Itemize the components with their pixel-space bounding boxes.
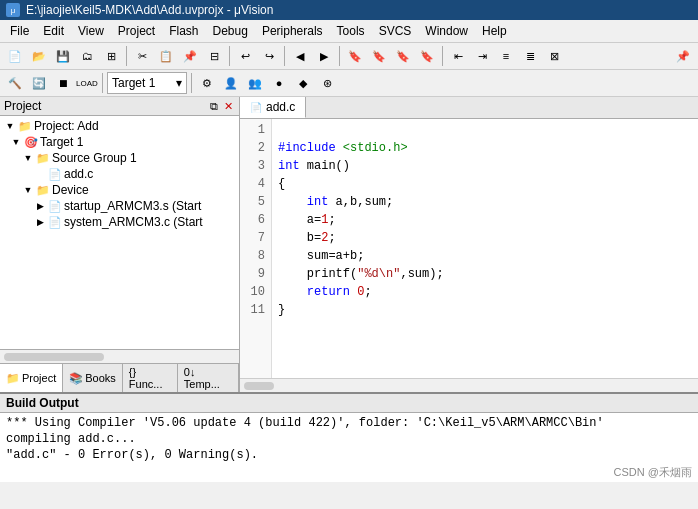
expand-device-icon[interactable]: ▼: [22, 184, 34, 196]
menu-file[interactable]: File: [4, 22, 35, 40]
project-tab-icon: 📁: [6, 372, 20, 385]
bookmark2-button[interactable]: 🔖: [368, 45, 390, 67]
editor-tabs: 📄 add.c: [240, 97, 698, 119]
debug3-button[interactable]: 👥: [244, 72, 266, 94]
target-label: Target 1: [112, 76, 155, 90]
tree-item-startup[interactable]: ▶ 📄 startup_ARMCM3.s (Start: [2, 198, 237, 214]
load-button[interactable]: LOAD: [76, 72, 98, 94]
build-watermark: CSDN @禾烟雨: [0, 463, 698, 482]
unknown1-button[interactable]: ⊞: [100, 45, 122, 67]
indent4-button[interactable]: ≣: [519, 45, 541, 67]
menu-svcs[interactable]: SVCS: [373, 22, 418, 40]
expand-target-icon[interactable]: ▼: [10, 136, 22, 148]
tab-books[interactable]: 📚 Books: [63, 364, 123, 392]
tab-project[interactable]: 📁 Project: [0, 364, 63, 392]
unknown3-button[interactable]: ⊠: [543, 45, 565, 67]
bookmark4-button[interactable]: 🔖: [416, 45, 438, 67]
expand-project-icon[interactable]: ▼: [4, 120, 16, 132]
tree-project-label: Project: Add: [34, 119, 99, 133]
project-hscrollbar[interactable]: [0, 349, 239, 363]
menu-help[interactable]: Help: [476, 22, 513, 40]
tree-item-device[interactable]: ▼ 📁 Device: [2, 182, 237, 198]
target-icon: 🎯: [24, 136, 38, 149]
line-num-2: 2: [246, 139, 265, 157]
indent1-button[interactable]: ⇤: [447, 45, 469, 67]
project-scroll-thumb[interactable]: [4, 353, 104, 361]
indent3-button[interactable]: ≡: [495, 45, 517, 67]
code-editor[interactable]: #include <stdio.h> int main() { int a,b,…: [272, 119, 698, 378]
project-panel-title: Project: [4, 99, 41, 113]
project-panel-controls: ⧉ ✕: [208, 100, 235, 113]
tree-target-label: Target 1: [40, 135, 83, 149]
stop-button[interactable]: ⏹: [52, 72, 74, 94]
tree-item-addc[interactable]: 📄 add.c: [2, 166, 237, 182]
expand-startup-icon[interactable]: ▶: [34, 200, 46, 212]
menu-project[interactable]: Project: [112, 22, 161, 40]
expand-source-group-icon[interactable]: ▼: [22, 152, 34, 164]
paste-button[interactable]: 📌: [179, 45, 201, 67]
nav-back-button[interactable]: ◀: [289, 45, 311, 67]
indent2-button[interactable]: ⇥: [471, 45, 493, 67]
rebuild-button[interactable]: 🔄: [28, 72, 50, 94]
tree-system-label: system_ARMCM3.c (Start: [64, 215, 203, 229]
copy-button[interactable]: 📋: [155, 45, 177, 67]
open-file-button[interactable]: 📂: [28, 45, 50, 67]
tree-source-group-label: Source Group 1: [52, 151, 137, 165]
line-num-9: 9: [246, 265, 265, 283]
bookmark3-button[interactable]: 🔖: [392, 45, 414, 67]
target-dropdown[interactable]: Target 1 ▾: [107, 72, 187, 94]
line-num-7: 7: [246, 229, 265, 247]
startup-file-icon: 📄: [48, 200, 62, 213]
bookmark1-button[interactable]: 🔖: [344, 45, 366, 67]
toolbar-2: 🔨 🔄 ⏹ LOAD Target 1 ▾ ⚙ 👤 👥 ● ◆ ⊛: [0, 70, 698, 97]
tree-item-project[interactable]: ▼ 📁 Project: Add: [2, 118, 237, 134]
tree-item-system[interactable]: ▶ 📄 system_ARMCM3.c (Start: [2, 214, 237, 230]
sep2: [229, 46, 230, 66]
device-folder-icon: 📁: [36, 184, 50, 197]
menu-edit[interactable]: Edit: [37, 22, 70, 40]
cut-button[interactable]: ✂: [131, 45, 153, 67]
pin-button[interactable]: 📌: [672, 45, 694, 67]
unknown2-button[interactable]: ⊟: [203, 45, 225, 67]
menu-debug[interactable]: Debug: [207, 22, 254, 40]
project-tree: ▼ 📁 Project: Add ▼ 🎯 Target 1 ▼ 📁 Source…: [0, 116, 239, 349]
line-num-10: 10: [246, 283, 265, 301]
build-target-button[interactable]: 🔨: [4, 72, 26, 94]
tree-item-target[interactable]: ▼ 🎯 Target 1: [2, 134, 237, 150]
watermark-text: CSDN @禾烟雨: [614, 466, 692, 478]
expand-system-icon[interactable]: ▶: [34, 216, 46, 228]
debug2-button[interactable]: 👤: [220, 72, 242, 94]
build-output-header: Build Output: [0, 394, 698, 413]
dropdown-arrow: ▾: [176, 76, 182, 90]
debug5-button[interactable]: ◆: [292, 72, 314, 94]
debug6-button[interactable]: ⊛: [316, 72, 338, 94]
menu-tools[interactable]: Tools: [331, 22, 371, 40]
code-hscrollbar[interactable]: [240, 378, 698, 392]
line-num-11: 11: [246, 301, 265, 319]
tab-temp[interactable]: 0↓ Temp...: [178, 364, 239, 392]
code-scroll-thumb[interactable]: [244, 382, 274, 390]
editor-tab-addc[interactable]: 📄 add.c: [240, 97, 306, 118]
sep4: [339, 46, 340, 66]
tree-item-source-group[interactable]: ▼ 📁 Source Group 1: [2, 150, 237, 166]
tab-func[interactable]: {} Func...: [123, 364, 178, 392]
menu-peripherals[interactable]: Peripherals: [256, 22, 329, 40]
line-num-4: 4: [246, 175, 265, 193]
menu-window[interactable]: Window: [419, 22, 474, 40]
save-button[interactable]: 💾: [52, 45, 74, 67]
new-file-button[interactable]: 📄: [4, 45, 26, 67]
expand-addc-icon[interactable]: [34, 168, 46, 180]
debug4-button[interactable]: ●: [268, 72, 290, 94]
project-icon: 📁: [18, 120, 32, 133]
menu-flash[interactable]: Flash: [163, 22, 204, 40]
project-panel-float-btn[interactable]: ⧉: [208, 100, 220, 113]
project-panel-close-btn[interactable]: ✕: [222, 100, 235, 113]
build-output-panel: Build Output *** Using Compiler 'V5.06 u…: [0, 392, 698, 482]
save-all-button[interactable]: 🗂: [76, 45, 98, 67]
redo-button[interactable]: ↪: [258, 45, 280, 67]
debug1-button[interactable]: ⚙: [196, 72, 218, 94]
undo-button[interactable]: ↩: [234, 45, 256, 67]
nav-fwd-button[interactable]: ▶: [313, 45, 335, 67]
sep7: [191, 73, 192, 93]
menu-view[interactable]: View: [72, 22, 110, 40]
